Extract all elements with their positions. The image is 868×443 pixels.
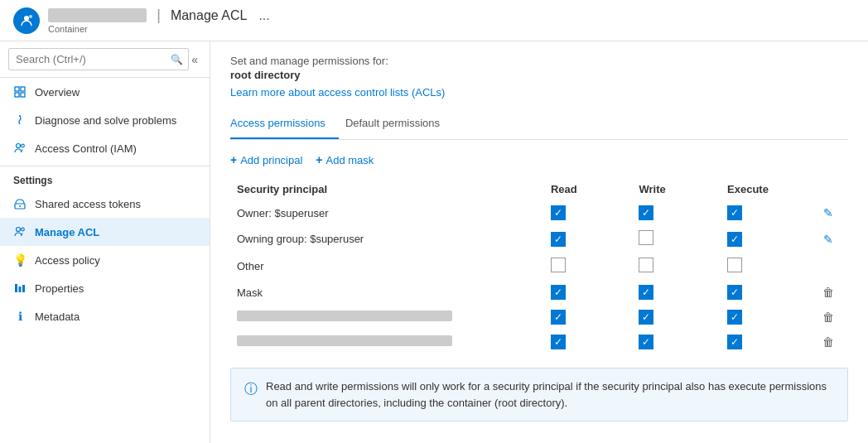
- add-principal-label: Add principal: [240, 154, 302, 166]
- table-row: ✓ ✓ ✓ 🗑: [230, 330, 848, 354]
- read-checkbox-other[interactable]: [544, 253, 633, 280]
- principal-blurred-1: [230, 305, 544, 330]
- sidebar-item-iam[interactable]: Access Control (IAM): [0, 134, 210, 162]
- edit-owning-group-button[interactable]: ✎: [809, 225, 848, 253]
- principal-other: Other: [230, 253, 544, 280]
- execute-checkbox-blurred-1[interactable]: ✓: [721, 305, 809, 330]
- delete-blurred-1-button[interactable]: 🗑: [809, 305, 848, 330]
- shared-access-tokens-label: Shared access tokens: [35, 198, 141, 210]
- header-security-principal: Security principal: [230, 178, 544, 200]
- sidebar-item-properties[interactable]: Properties: [0, 274, 210, 302]
- execute-checkbox-owning-group[interactable]: ✓: [721, 225, 809, 253]
- collapse-sidebar-button[interactable]: «: [188, 51, 201, 68]
- metadata-icon: ℹ: [13, 310, 27, 323]
- svg-point-12: [22, 228, 25, 231]
- table-row: Owner: $superuser ✓ ✓ ✓ ✎: [230, 200, 848, 225]
- overview-icon: [13, 85, 27, 99]
- svg-point-10: [19, 205, 21, 207]
- diagnose-label: Diagnose and solve problems: [35, 114, 176, 127]
- svg-point-7: [17, 144, 21, 148]
- resource-name: name: [48, 8, 147, 22]
- info-icon: ⓘ: [244, 379, 258, 411]
- edit-owner-button[interactable]: ✎: [809, 200, 848, 225]
- table-row: Other: [230, 253, 848, 280]
- table-row: Owning group: $superuser ✓ ✓ ✎: [230, 225, 848, 253]
- header-execute: Execute: [721, 178, 809, 200]
- delete-icon: 🗑: [822, 286, 834, 299]
- svg-point-0: [24, 16, 29, 21]
- add-mask-button[interactable]: + Add mask: [316, 153, 374, 166]
- execute-checkbox-blurred-2[interactable]: ✓: [721, 330, 809, 354]
- sidebar-item-shared-access-tokens[interactable]: Shared access tokens: [0, 190, 210, 218]
- sidebar-item-metadata[interactable]: ℹ Metadata: [0, 302, 210, 330]
- read-checkbox-blurred-1[interactable]: ✓: [544, 305, 633, 330]
- metadata-label: Metadata: [35, 311, 80, 323]
- tab-access-permissions[interactable]: Access permissions: [230, 110, 339, 139]
- resource-type: Container: [48, 24, 270, 34]
- header-action: [809, 178, 848, 200]
- svg-point-1: [29, 15, 32, 18]
- execute-checkbox-owner[interactable]: ✓: [721, 200, 809, 225]
- info-box: ⓘ Read and write permissions will only w…: [230, 368, 848, 421]
- principal-mask: Mask: [230, 280, 544, 305]
- sidebar-item-overview[interactable]: Overview: [0, 78, 210, 106]
- edit-icon: ✎: [823, 233, 833, 246]
- resource-icon: [13, 7, 40, 34]
- more-options-dots[interactable]: ...: [258, 8, 269, 23]
- write-checkbox-blurred-1[interactable]: ✓: [632, 305, 721, 330]
- page-title: Manage ACL: [171, 8, 248, 23]
- delete-icon: 🗑: [822, 335, 834, 349]
- principal-blurred-2: [230, 330, 544, 354]
- tab-default-permissions[interactable]: Default permissions: [345, 110, 453, 139]
- shared-access-tokens-icon: [13, 197, 27, 210]
- principal-owner: Owner: $superuser: [230, 200, 544, 225]
- svg-rect-3: [21, 87, 25, 91]
- read-checkbox-owning-group[interactable]: ✓: [544, 225, 633, 253]
- manage-acl-label: Manage ACL: [35, 226, 99, 238]
- svg-rect-14: [19, 287, 22, 292]
- execute-checkbox-mask[interactable]: ✓: [721, 280, 809, 305]
- properties-icon: [13, 282, 27, 295]
- svg-rect-4: [15, 93, 19, 97]
- sidebar-item-manage-acl[interactable]: Manage ACL: [0, 218, 210, 246]
- read-checkbox-owner[interactable]: ✓: [544, 200, 633, 225]
- search-input[interactable]: [8, 48, 189, 70]
- sidebar-item-access-policy[interactable]: 💡 Access policy: [0, 246, 210, 274]
- delete-icon: 🗑: [822, 311, 834, 324]
- access-policy-icon: 💡: [13, 253, 27, 267]
- svg-rect-15: [22, 285, 25, 292]
- properties-label: Properties: [35, 282, 84, 295]
- write-checkbox-owner[interactable]: ✓: [632, 200, 721, 225]
- table-row: Mask ✓ ✓ ✓ 🗑: [230, 280, 848, 305]
- read-checkbox-mask[interactable]: ✓: [544, 280, 633, 305]
- acl-learn-more-link[interactable]: Learn more about access control lists (A…: [230, 86, 445, 99]
- execute-checkbox-other[interactable]: [721, 253, 809, 280]
- iam-icon: [13, 142, 27, 155]
- add-principal-button[interactable]: + Add principal: [230, 153, 302, 166]
- read-checkbox-blurred-2[interactable]: ✓: [544, 330, 633, 354]
- sidebar-item-diagnose[interactable]: Diagnose and solve problems: [0, 106, 210, 134]
- top-bar: name | Manage ACL ... Container: [0, 0, 868, 41]
- svg-point-11: [17, 228, 21, 232]
- write-checkbox-other[interactable]: [632, 253, 721, 280]
- table-row: ✓ ✓ ✓ 🗑: [230, 305, 848, 330]
- delete-blurred-2-button[interactable]: 🗑: [809, 330, 848, 354]
- diagnose-icon: [13, 113, 27, 127]
- add-mask-label: Add mask: [326, 154, 374, 166]
- principal-owning-group: Owning group: $superuser: [230, 225, 544, 253]
- svg-rect-13: [15, 284, 17, 292]
- actions-row: + Add principal + Add mask: [230, 153, 848, 166]
- access-policy-label: Access policy: [35, 254, 100, 267]
- write-checkbox-blurred-2[interactable]: ✓: [632, 330, 721, 354]
- root-directory-label: root directory: [230, 69, 848, 81]
- write-checkbox-owning-group[interactable]: [632, 225, 721, 253]
- title-separator: |: [157, 7, 161, 24]
- resource-info: name | Manage ACL ... Container: [48, 7, 270, 34]
- svg-point-8: [22, 144, 25, 147]
- overview-label: Overview: [35, 86, 80, 99]
- write-checkbox-mask[interactable]: ✓: [632, 280, 721, 305]
- delete-mask-button[interactable]: 🗑: [809, 280, 848, 305]
- manage-acl-icon: [13, 225, 27, 238]
- edit-icon: ✎: [823, 206, 833, 219]
- add-mask-plus-icon: +: [316, 153, 322, 166]
